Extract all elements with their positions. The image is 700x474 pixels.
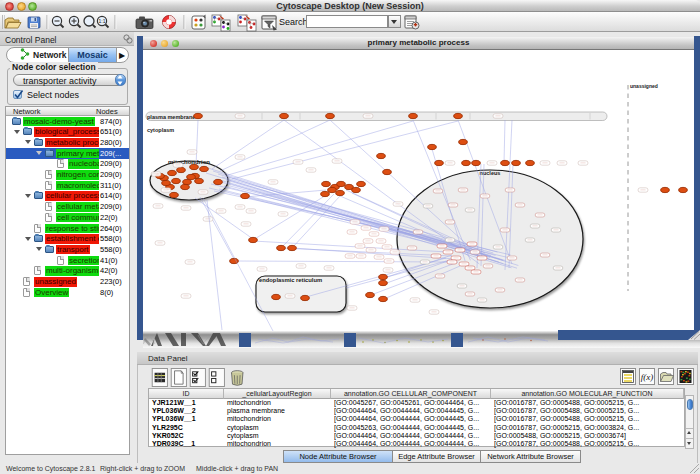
svg-text:plasma membrane: plasma membrane [147, 114, 195, 120]
svg-text:f(x): f(x) [641, 372, 654, 382]
svg-text:unassigned: unassigned [630, 83, 658, 89]
svg-text:endoplasmic reticulum: endoplasmic reticulum [259, 277, 322, 283]
svg-text:cytoplasm: cytoplasm [147, 127, 174, 133]
svg-text:nucleus: nucleus [480, 170, 501, 176]
svg-text:1:1: 1:1 [99, 18, 106, 24]
